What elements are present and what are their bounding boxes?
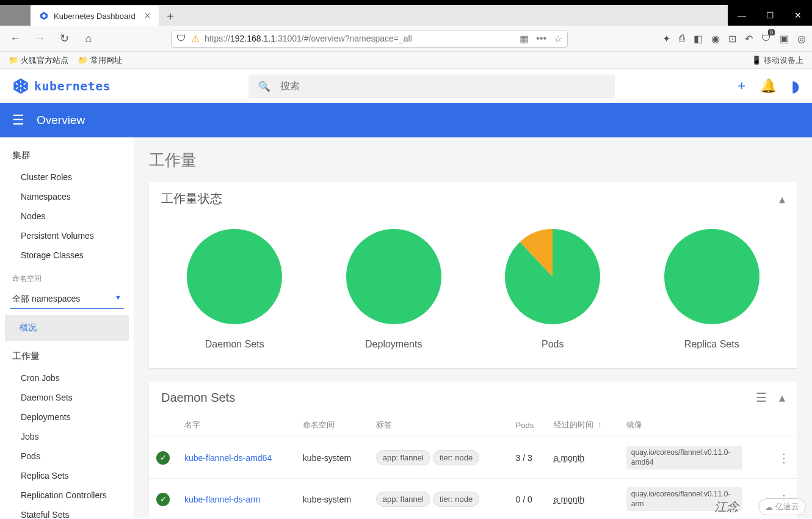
daemonsets-table: 名字 命名空间 标签 Pods 经过的时间 ↑ 镜像 ✓ kube-flanne… — [149, 413, 797, 518]
avatar-icon[interactable]: ◉ — [711, 33, 720, 45]
browser-toolbar: ← → ↻ ⌂ 🛡 ⚠ https://192.168.1.1:31001/#/… — [0, 26, 812, 52]
k8s-logo[interactable]: kubernetes — [12, 78, 111, 95]
namespace-select[interactable]: 全部 namespaces ▼ — [10, 290, 124, 309]
cell-labels: app: flanneltier: node — [369, 437, 509, 479]
sidebar-item[interactable]: Namespaces — [0, 187, 134, 206]
window-titlebar — [0, 0, 812, 5]
bookmark-item[interactable]: 📁 火狐官方站点 — [9, 55, 68, 66]
filter-icon[interactable]: ☰ — [756, 390, 767, 405]
lock-warning-icon[interactable]: ⚠ — [191, 33, 200, 45]
maximize-button[interactable]: ☐ — [756, 5, 784, 26]
browser-tab-active[interactable]: Kubernetes Dashboard × — [31, 6, 159, 26]
status-ok-icon: ✓ — [156, 451, 170, 465]
col-namespace[interactable]: 命名空间 — [295, 413, 369, 437]
sidebar-item[interactable]: Deployments — [0, 407, 134, 427]
sidebar-item[interactable]: Pods — [0, 446, 134, 466]
nav-back-button[interactable]: ← — [6, 29, 24, 48]
undo-icon[interactable]: ↶ — [745, 33, 753, 45]
extension-icons: ✦ ⎙ ◧ ◉ ⊡ ↶ 🛡 ▣ ◎ — [662, 33, 806, 45]
bookmark-star-icon[interactable]: ☆ — [554, 33, 562, 45]
collapse-icon[interactable]: ▴ — [779, 390, 785, 405]
shield-icon[interactable]: 🛡 — [176, 33, 186, 44]
chart-label: Pods — [504, 339, 601, 350]
row-menu-icon[interactable]: ⋮ — [778, 451, 790, 465]
brand-text: kubernetes — [34, 79, 111, 93]
nav-forward-button[interactable]: → — [31, 29, 49, 48]
col-labels[interactable]: 标签 — [369, 413, 509, 437]
table-row: ✓ kube-flannel-ds-amd64 kube-system app:… — [149, 437, 797, 479]
cell-image: quay.io/coreos/flannel:v0.11.0-amd64 — [619, 437, 770, 479]
sidebar-overview[interactable]: 概况 — [5, 315, 129, 341]
col-age[interactable]: 经过的时间 ↑ — [546, 413, 619, 437]
close-button[interactable]: ✕ — [784, 5, 812, 26]
sidebar-item[interactable]: Storage Classes — [0, 245, 134, 265]
card-title: Daemon Sets — [161, 391, 235, 405]
sidebar-section-workloads[interactable]: 工作量 — [0, 344, 134, 368]
user-avatar-icon[interactable]: ◗ — [791, 77, 800, 96]
svg-point-6 — [664, 229, 759, 324]
notifications-icon[interactable]: 🔔 — [760, 78, 777, 94]
sidebar-section-cluster[interactable]: 集群 — [0, 143, 134, 167]
svg-point-5 — [346, 229, 441, 324]
status-chart: Pods — [504, 228, 601, 350]
col-name[interactable]: 名字 — [177, 413, 295, 437]
sidebar-item[interactable]: Stateful Sets — [0, 505, 134, 518]
sidebar-item[interactable]: Daemon Sets — [0, 388, 134, 407]
workload-status-card: 工作量状态 ▴ Daemon SetsDeploymentsPodsReplic… — [149, 182, 797, 368]
sidebar-item[interactable]: Cluster Roles — [0, 167, 134, 187]
sidebar-item[interactable]: Persistent Volumes — [0, 226, 134, 245]
main-content: 工作量 工作量状态 ▴ Daemon SetsDeploymentsPodsRe… — [134, 137, 812, 518]
sidebar-item[interactable]: Nodes — [0, 206, 134, 226]
minimize-button[interactable]: — — [728, 5, 756, 26]
sidebar-item[interactable]: Cron Jobs — [0, 368, 134, 388]
sidebar-item[interactable]: Replica Sets — [0, 466, 134, 485]
charts-row: Daemon SetsDeploymentsPodsReplica Sets — [149, 216, 797, 368]
qr-icon[interactable]: ▦ — [520, 33, 529, 45]
svg-point-1 — [42, 14, 45, 17]
ext-menu-icon[interactable]: ◎ — [797, 33, 806, 45]
sidebar-icon[interactable]: ◧ — [694, 33, 703, 45]
tab-close-icon[interactable]: × — [145, 10, 150, 21]
col-images[interactable]: 镜像 — [619, 413, 770, 437]
subheader: ☰ Overview — [0, 103, 812, 137]
sidebar-item[interactable]: Replication Controllers — [0, 485, 134, 505]
search-bar[interactable]: 🔍 — [248, 74, 615, 98]
k8s-favicon — [39, 11, 49, 21]
cell-namespace: kube-system — [295, 479, 369, 518]
create-button[interactable]: + — [738, 78, 745, 94]
collapse-icon[interactable]: ▴ — [779, 192, 785, 206]
svg-point-4 — [187, 229, 282, 324]
resource-link[interactable]: kube-flannel-ds-arm — [184, 495, 261, 504]
grid-icon[interactable]: ▣ — [780, 33, 789, 45]
col-pods[interactable]: Pods — [509, 413, 546, 437]
notif-badge-icon[interactable]: 🛡 — [761, 33, 771, 44]
card-title: 工作量状态 — [161, 191, 222, 207]
page-actions-icon[interactable]: ••• — [536, 33, 546, 45]
status-chart: Deployments — [345, 228, 443, 350]
mobile-sync-label[interactable]: 📱 移动设备上 — [752, 55, 803, 66]
app-header: kubernetes 🔍 + 🔔 ◗ — [0, 69, 812, 103]
nav-home-button[interactable]: ⌂ — [79, 29, 98, 48]
daemonsets-card: Daemon Sets ☰ ▴ 名字 命名空间 标签 Pods 经过的时间 ↑ … — [149, 382, 797, 518]
search-input[interactable] — [280, 81, 605, 92]
cell-image: quay.io/coreos/flannel:v0.11.0-arm — [619, 479, 770, 518]
resource-link[interactable]: kube-flannel-ds-amd64 — [184, 453, 272, 463]
sidebar-ns-label: 命名空间 — [0, 265, 134, 288]
bookmarks-bar: 📁 火狐官方站点 📁 常用网址 📱 移动设备上 — [0, 52, 812, 69]
dropdown-arrow-icon: ▼ — [115, 294, 121, 305]
chart-label: Daemon Sets — [186, 339, 283, 350]
chart-label: Replica Sets — [663, 339, 761, 350]
puzzle-icon[interactable]: ✦ — [662, 33, 670, 45]
bookmark-item[interactable]: 📁 常用网址 — [78, 55, 122, 66]
menu-toggle-icon[interactable]: ☰ — [12, 112, 24, 128]
cell-age: a month — [546, 437, 619, 479]
url-text: https://192.168.1.1:31001/#/overview?nam… — [205, 34, 515, 43]
namespace-value: 全部 namespaces — [12, 294, 80, 305]
url-bar[interactable]: 🛡 ⚠ https://192.168.1.1:31001/#/overview… — [171, 30, 568, 48]
crop-icon[interactable]: ⊡ — [728, 33, 736, 45]
sidebar-item[interactable]: Jobs — [0, 427, 134, 446]
nav-reload-button[interactable]: ↻ — [55, 29, 73, 48]
chart-label: Deployments — [345, 339, 443, 350]
library-icon[interactable]: ⎙ — [679, 33, 685, 44]
new-tab-button[interactable]: + — [161, 7, 179, 26]
